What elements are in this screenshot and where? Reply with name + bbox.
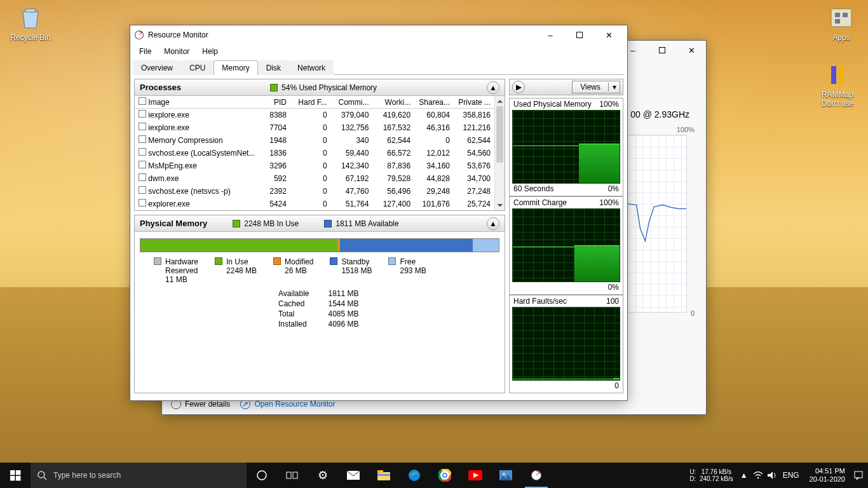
scroll-track[interactable] <box>495 106 505 200</box>
desktop-icon-rammap[interactable]: RAMMapDon't use <box>813 61 862 108</box>
processes-collapse-button[interactable]: ▲ <box>487 81 499 94</box>
badge-color-icon <box>324 220 332 227</box>
desktop-icon-apps-folder[interactable]: Apps <box>817 4 865 42</box>
tab-overview[interactable]: Overview <box>133 60 181 75</box>
processes-title: Processes <box>140 83 181 92</box>
taskbar-app-edge[interactable] <box>399 463 430 488</box>
chart-foot-right: 0 <box>614 381 619 390</box>
taskbar-app-mail[interactable] <box>338 463 369 488</box>
tm-ymin: 0 <box>691 309 695 317</box>
col-2[interactable]: Hard F... <box>290 96 331 109</box>
physmem-badge: 1811 MB Available <box>324 219 398 228</box>
select-all-checkbox[interactable] <box>139 97 146 105</box>
col-1[interactable]: PID <box>259 96 290 109</box>
chart-body <box>512 208 620 282</box>
processes-scrollbar[interactable]: ⏶ ⏷ <box>494 96 505 210</box>
minimize-button[interactable]: – <box>536 25 565 44</box>
tab-network[interactable]: Network <box>289 60 334 75</box>
table-row[interactable]: svchost.exe (netsvcs -p)2392047,76056,49… <box>135 185 494 198</box>
chevron-up-icon: ▲ <box>489 219 497 228</box>
desktop-icon-recycle-bin[interactable]: Recycle Bin <box>6 4 55 42</box>
legend-color-icon <box>388 257 396 265</box>
row-checkbox[interactable] <box>139 161 146 168</box>
menu-file[interactable]: File <box>134 46 156 57</box>
svg-rect-0 <box>25 9 36 12</box>
table-row[interactable]: WmiPrvSE.exe9128022,96431,1849,77221,412 <box>135 210 494 211</box>
col-6[interactable]: Private ... <box>454 96 494 109</box>
menu-monitor[interactable]: Monitor <box>159 46 194 57</box>
taskbar-app-explorer[interactable] <box>369 463 399 488</box>
row-checkbox[interactable] <box>139 148 146 156</box>
cortana-button[interactable] <box>247 463 277 488</box>
physmem-header[interactable]: Physical Memory 2248 MB In Use1811 MB Av… <box>135 215 505 232</box>
tray-volume-icon[interactable] <box>766 470 778 481</box>
resmon-titlebar[interactable]: Resource Monitor – ✕ <box>130 25 627 44</box>
row-checkbox[interactable] <box>139 123 146 130</box>
system-tray[interactable]: U: 17.76 kB/s D: 240.72 kB/s ▲ ENG 04:51… <box>686 467 868 484</box>
chart-max: 100 <box>606 297 619 306</box>
tray-notifications-icon[interactable] <box>853 470 864 481</box>
svg-point-28 <box>444 474 447 477</box>
taskbar-app-settings[interactable]: ⚙ <box>308 463 338 488</box>
maximize-button[interactable] <box>565 25 594 44</box>
processes-header[interactable]: Processes 54% Used Physical Memory ▲ <box>135 79 505 96</box>
row-checkbox[interactable] <box>139 135 146 143</box>
table-row[interactable]: iexplore.exe77040132,756167,53246,316121… <box>135 121 494 134</box>
task-view-button[interactable] <box>277 463 308 488</box>
tray-clock[interactable]: 04:51 PM 20-01-2020 <box>804 467 850 484</box>
legend-color-icon <box>154 257 161 265</box>
tab-memory[interactable]: Memory <box>214 60 257 75</box>
views-button[interactable]: Views ▾ <box>572 81 620 93</box>
taskbar-app-youtube[interactable] <box>460 463 491 488</box>
table-row[interactable]: MsMpEng.exe32960142,34087,83634,16053,67… <box>135 159 494 172</box>
table-row[interactable]: Memory Compression1948034062,544062,544 <box>135 134 494 147</box>
processes-table[interactable]: ImagePIDHard F...Commi...Worki...Sharea.… <box>135 96 494 210</box>
start-button[interactable] <box>0 463 31 488</box>
taskbar-app-resmon[interactable] <box>521 463 552 488</box>
taskbar-app-chrome[interactable] <box>430 463 460 488</box>
table-row[interactable]: dwm.exe592067,19279,52844,82834,700 <box>135 172 494 185</box>
desktop-icon-label: Recycle Bin <box>6 33 55 42</box>
scroll-down-button[interactable]: ⏷ <box>495 200 505 210</box>
taskbar-app-photos[interactable] <box>491 463 521 488</box>
tab-cpu[interactable]: CPU <box>181 60 214 75</box>
col-3[interactable]: Commi... <box>331 96 373 109</box>
tm-close-button[interactable]: ✕ <box>677 41 706 60</box>
charts-collapse-button[interactable]: ▶ <box>512 81 525 93</box>
resmon-menubar: FileMonitorHelp <box>130 44 627 60</box>
menu-help[interactable]: Help <box>197 46 223 57</box>
svg-point-22 <box>409 470 420 481</box>
physmem-title: Physical Memory <box>140 219 207 228</box>
search-placeholder: Type here to search <box>53 471 121 480</box>
tm-fewer-details-label: Fewer details <box>185 400 230 409</box>
tray-wifi-icon[interactable] <box>752 470 764 481</box>
gear-icon: ⚙ <box>318 468 328 482</box>
scroll-up-button[interactable]: ⏶ <box>495 96 505 106</box>
tab-disk[interactable]: Disk <box>258 60 289 75</box>
tray-language[interactable]: ENG <box>780 471 802 480</box>
svg-rect-4 <box>835 19 840 24</box>
taskbar[interactable]: Type here to search ⚙ U: 17.76 kB/s D: 2… <box>0 463 868 488</box>
table-row[interactable]: explorer.exe5424051,764127,400101,67625,… <box>135 198 494 210</box>
legend-item: In Use2248 MB <box>215 257 257 284</box>
row-checkbox[interactable] <box>139 110 146 118</box>
tm-maximize-button[interactable] <box>648 41 677 60</box>
taskbar-search[interactable]: Type here to search <box>31 463 247 488</box>
legend-item: HardwareReserved11 MB <box>154 257 198 284</box>
col-4[interactable]: Worki... <box>372 96 414 109</box>
row-checkbox[interactable] <box>139 186 146 194</box>
table-row[interactable]: iexplore.exe83880379,040419,62060,804358… <box>135 109 494 121</box>
svg-point-13 <box>38 471 44 478</box>
tray-chevron-up-icon[interactable]: ▲ <box>738 470 750 481</box>
row-checkbox[interactable] <box>139 199 146 207</box>
table-row[interactable]: svchost.exe (LocalSystemNet...1836059,44… <box>135 147 494 159</box>
row-checkbox[interactable] <box>139 173 146 181</box>
svg-rect-20 <box>377 470 383 473</box>
scroll-thumb[interactable] <box>496 106 503 163</box>
col-0[interactable]: Image <box>135 96 259 109</box>
col-5[interactable]: Sharea... <box>414 96 454 109</box>
physmem-collapse-button[interactable]: ▲ <box>487 217 499 230</box>
svg-line-14 <box>44 477 46 480</box>
resource-monitor-window[interactable]: Resource Monitor – ✕ FileMonitorHelp Ove… <box>130 25 628 401</box>
close-button[interactable]: ✕ <box>594 25 623 44</box>
